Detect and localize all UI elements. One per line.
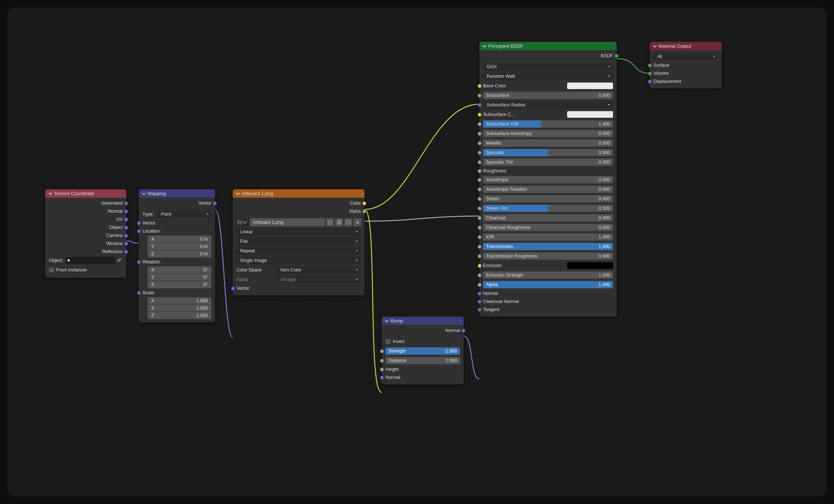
output-alpha[interactable]: Alpha: [233, 207, 365, 215]
socket-vector-icon[interactable]: [380, 376, 384, 380]
input-metallic[interactable]: Metallic0.000: [479, 138, 617, 148]
input-clearcoat[interactable]: Clearcoat0.000: [479, 213, 617, 223]
input-clearcoat-normal[interactable]: Clearcoat Normal: [479, 297, 617, 306]
input-emission-strength[interactable]: Emission Strength1.000: [479, 270, 617, 280]
socket-vector-icon[interactable]: [648, 80, 652, 84]
socket-color-icon[interactable]: [478, 84, 482, 88]
unlink-button[interactable]: [353, 218, 362, 226]
fake-user-button[interactable]: [326, 218, 334, 226]
input-vector[interactable]: Vector: [233, 284, 365, 292]
input-distance[interactable]: Distance1.000: [382, 356, 464, 365]
socket-value-icon[interactable]: [380, 368, 384, 372]
socket-value-icon[interactable]: [478, 160, 482, 164]
input-height[interactable]: Height: [382, 365, 464, 373]
socket-vector-icon[interactable]: [124, 209, 128, 213]
alpha-mode-dropdown[interactable]: Straight: [277, 276, 361, 283]
socket-value-icon[interactable]: [478, 216, 482, 220]
object-input[interactable]: [66, 257, 115, 264]
invert-row[interactable]: Invert: [382, 337, 464, 346]
socket-vector-icon[interactable]: [124, 250, 128, 254]
output-generated[interactable]: Generated: [45, 199, 126, 207]
input-ior[interactable]: IOR1.450: [479, 232, 617, 242]
socket-shader-icon[interactable]: [648, 72, 652, 76]
location-triplet[interactable]: X0 m Y0 m Z0 m: [148, 235, 211, 258]
output-normal[interactable]: Normal: [382, 326, 464, 335]
socket-value-icon[interactable]: [478, 273, 482, 277]
output-window[interactable]: Window: [45, 240, 126, 248]
socket-value-icon[interactable]: [478, 197, 482, 201]
input-emission[interactable]: Emission: [479, 261, 617, 270]
node-material-output[interactable]: Material Output All Surface Volume Displ…: [650, 42, 722, 88]
socket-value-icon[interactable]: [478, 187, 482, 191]
socket-vector-icon[interactable]: [231, 286, 235, 291]
input-specular[interactable]: Specular0.500: [479, 148, 617, 157]
socket-value-icon[interactable]: [478, 122, 482, 126]
node-header[interactable]: Artboard 1.png: [233, 189, 365, 198]
output-uv[interactable]: UV: [45, 215, 126, 223]
image-name-field[interactable]: Artboard 1.png: [250, 218, 325, 226]
output-camera[interactable]: Camera: [45, 231, 126, 240]
projection-dropdown[interactable]: Flat: [236, 238, 361, 245]
socket-value-icon[interactable]: [478, 226, 482, 230]
output-color[interactable]: Color: [233, 199, 365, 207]
socket-vector-icon[interactable]: [213, 201, 217, 205]
socket-color-icon[interactable]: [362, 201, 366, 205]
node-bump[interactable]: Bump Normal Invert Strength1.000 Distanc…: [382, 317, 464, 384]
input-subsurface-anisotropy[interactable]: Subsurface Anisotropy0.000: [479, 129, 617, 138]
socket-color-icon[interactable]: [478, 264, 482, 268]
socket-value-icon[interactable]: [478, 132, 482, 136]
input-roughness[interactable]: Roughness: [479, 167, 617, 175]
socket-value-icon[interactable]: [380, 349, 384, 353]
node-image-texture[interactable]: Artboard 1.png Color Alpha Artboard 1.pn…: [233, 189, 365, 295]
checkbox-icon[interactable]: [49, 267, 54, 273]
color-swatch[interactable]: [567, 111, 613, 118]
open-image-button[interactable]: [344, 218, 352, 226]
socket-vector-icon[interactable]: [137, 291, 141, 295]
distance-field[interactable]: Distance1.000: [385, 357, 460, 364]
socket-shader-icon[interactable]: [614, 54, 619, 58]
socket-shader-icon[interactable]: [648, 63, 652, 67]
rotation-triplet[interactable]: X0° Y0° Z0°: [148, 266, 211, 288]
output-reflection[interactable]: Reflection: [45, 248, 126, 256]
target-dropdown[interactable]: All: [653, 53, 718, 60]
socket-value-icon[interactable]: [380, 359, 384, 363]
extension-dropdown[interactable]: Repeat: [236, 247, 361, 255]
socket-color-icon[interactable]: [478, 113, 482, 117]
input-surface[interactable]: Surface: [650, 61, 722, 69]
interpolation-dropdown[interactable]: Linear: [236, 228, 361, 235]
input-base-color[interactable]: Base Color: [479, 81, 617, 91]
socket-vector-icon[interactable]: [478, 103, 482, 107]
input-normal[interactable]: Normal: [479, 289, 617, 297]
socket-vector-icon[interactable]: [124, 242, 128, 246]
socket-vector-icon[interactable]: [478, 292, 482, 296]
socket-value-icon[interactable]: [478, 141, 482, 145]
input-subsurface[interactable]: Subsurface0.000: [479, 91, 617, 100]
eyedropper-button[interactable]: [115, 257, 123, 264]
node-header[interactable]: Bump: [382, 317, 464, 325]
input-subsurface-ior[interactable]: Subsurface IOR1.400: [479, 119, 617, 129]
node-texture-coordinate[interactable]: Texture Coordinate Generated Normal UV O…: [45, 189, 126, 278]
socket-value-icon[interactable]: [478, 169, 482, 173]
socket-vector-icon[interactable]: [124, 201, 128, 205]
node-header[interactable]: Material Output: [650, 42, 722, 50]
node-mapping[interactable]: Mapping Vector Type: Point Vector Locati…: [139, 189, 215, 322]
socket-vector-icon[interactable]: [124, 226, 128, 230]
socket-vector-icon[interactable]: [461, 329, 465, 333]
type-dropdown[interactable]: Point: [157, 211, 211, 218]
socket-vector-icon[interactable]: [124, 218, 128, 222]
input-sheen[interactable]: Sheen0.000: [479, 194, 617, 204]
browse-image-button[interactable]: [236, 218, 249, 226]
output-vector[interactable]: Vector: [139, 199, 215, 207]
source-dropdown[interactable]: Single Image: [236, 257, 361, 264]
strength-field[interactable]: Strength1.000: [385, 347, 460, 355]
color-swatch[interactable]: [567, 83, 613, 89]
socket-value-icon[interactable]: [478, 207, 482, 211]
new-image-button[interactable]: [335, 218, 343, 226]
input-anisotropic[interactable]: Anisotropic0.000: [479, 175, 617, 185]
output-bsdf[interactable]: BSDF: [479, 52, 617, 60]
input-normal[interactable]: Normal: [382, 373, 464, 381]
input-specular-tint[interactable]: Specular Tint0.000: [479, 157, 617, 167]
socket-vector-icon[interactable]: [137, 260, 141, 264]
input-alpha[interactable]: Alpha1.000: [479, 280, 617, 289]
socket-value-icon[interactable]: [362, 209, 366, 213]
